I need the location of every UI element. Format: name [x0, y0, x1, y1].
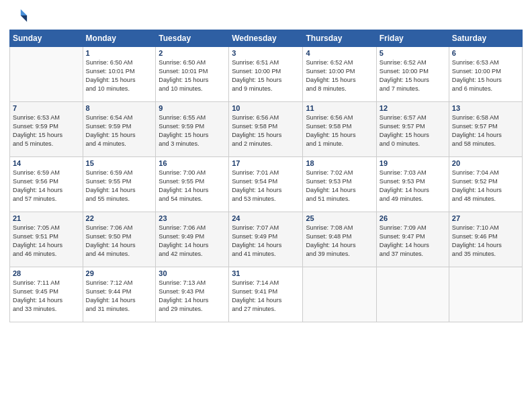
calendar-cell: 24Sunrise: 7:07 AMSunset: 9:49 PMDayligh… [229, 212, 303, 267]
cell-info-line: Sunset: 10:00 PM [380, 67, 446, 76]
calendar-cell: 29Sunrise: 7:12 AMSunset: 9:44 PMDayligh… [83, 267, 156, 322]
calendar-cell: 9Sunrise: 6:55 AMSunset: 9:59 PMDaylight… [156, 102, 229, 157]
cell-info-line: and 41 minutes. [232, 250, 300, 259]
cell-info-line: and 3 minutes. [159, 140, 226, 148]
day-number: 10 [232, 104, 300, 112]
calendar-cell: 14Sunrise: 6:59 AMSunset: 9:56 PMDayligh… [10, 157, 83, 212]
svg-marker-1 [21, 15, 27, 21]
cell-info-line: Sunset: 9:46 PM [452, 232, 519, 241]
logo-icon [9, 7, 28, 26]
cell-info-line: Daylight: 14 hours [159, 186, 226, 195]
cell-info-line: Daylight: 15 hours [452, 76, 519, 85]
cell-info-line: Sunrise: 7:00 AM [159, 169, 226, 177]
cell-info-line: Sunrise: 7:04 AM [452, 169, 519, 177]
cell-info-line: Sunset: 9:51 PM [13, 232, 80, 241]
cell-info-line: and 35 minutes. [452, 250, 519, 259]
cell-info-line: Sunrise: 7:01 AM [232, 169, 300, 177]
cell-info-line: and 8 minutes. [306, 85, 373, 93]
cell-info-line: Sunrise: 6:56 AM [306, 113, 373, 122]
cell-info-line: Sunrise: 7:06 AM [86, 224, 153, 232]
calendar-cell: 21Sunrise: 7:05 AMSunset: 9:51 PMDayligh… [10, 212, 83, 267]
cell-info-line: Sunrise: 7:12 AM [86, 279, 153, 287]
cell-info-line: Sunset: 9:48 PM [306, 232, 373, 241]
cell-info-line: and 6 minutes. [452, 85, 519, 93]
cell-info-line: Daylight: 14 hours [86, 241, 153, 250]
header [9, 7, 523, 26]
weekday-header-thursday: Thursday [303, 30, 376, 47]
calendar-week-row: 1Sunrise: 6:50 AMSunset: 10:01 PMDayligh… [10, 47, 523, 102]
calendar-cell: 16Sunrise: 7:00 AMSunset: 9:55 PMDayligh… [156, 157, 229, 212]
day-number: 16 [159, 159, 226, 167]
cell-info-line: Sunrise: 7:03 AM [380, 169, 446, 177]
cell-info-line: Daylight: 15 hours [380, 131, 446, 140]
weekday-header-sunday: Sunday [10, 30, 83, 47]
cell-info-line: and 58 minutes. [452, 140, 519, 148]
cell-info-line: Sunrise: 7:08 AM [306, 224, 373, 232]
cell-info-line: Sunrise: 7:05 AM [13, 224, 80, 232]
cell-info-line: Sunrise: 6:56 AM [232, 113, 300, 122]
cell-info-line: Daylight: 14 hours [13, 296, 80, 305]
cell-info-line: Daylight: 15 hours [306, 76, 373, 85]
cell-info-line: and 5 minutes. [13, 140, 80, 148]
day-number: 27 [452, 214, 519, 222]
cell-info-line: Daylight: 15 hours [306, 131, 373, 140]
calendar-cell: 11Sunrise: 6:56 AMSunset: 9:58 PMDayligh… [303, 102, 376, 157]
cell-info-line: Sunset: 9:53 PM [306, 177, 373, 186]
cell-info-line: Daylight: 14 hours [306, 241, 373, 250]
cell-info-line: Sunset: 9:59 PM [13, 122, 80, 131]
day-number: 24 [232, 214, 300, 222]
calendar-cell: 25Sunrise: 7:08 AMSunset: 9:48 PMDayligh… [303, 212, 376, 267]
calendar-cell: 13Sunrise: 6:58 AMSunset: 9:57 PMDayligh… [449, 102, 522, 157]
calendar-page: SundayMondayTuesdayWednesdayThursdayFrid… [0, 0, 532, 411]
cell-info-line: and 7 minutes. [380, 85, 446, 93]
day-number: 12 [380, 104, 446, 112]
calendar-body: 1Sunrise: 6:50 AMSunset: 10:01 PMDayligh… [10, 47, 523, 322]
cell-info-line: Sunrise: 7:13 AM [159, 279, 226, 287]
calendar-cell: 5Sunrise: 6:52 AMSunset: 10:00 PMDayligh… [376, 47, 449, 102]
day-number: 15 [86, 159, 153, 167]
day-number: 31 [232, 269, 300, 277]
cell-info-line: and 44 minutes. [86, 250, 153, 259]
day-number: 9 [159, 104, 226, 112]
weekday-header-tuesday: Tuesday [156, 30, 229, 47]
cell-info-line: Sunset: 9:54 PM [232, 177, 300, 186]
day-number: 5 [380, 49, 446, 57]
day-number: 1 [86, 49, 153, 57]
weekday-header-wednesday: Wednesday [229, 30, 303, 47]
cell-info-line: Daylight: 15 hours [13, 131, 80, 140]
cell-info-line: Sunrise: 7:10 AM [452, 224, 519, 232]
cell-info-line: Daylight: 14 hours [452, 241, 519, 250]
calendar-cell: 1Sunrise: 6:50 AMSunset: 10:01 PMDayligh… [83, 47, 156, 102]
cell-info-line: Daylight: 14 hours [232, 296, 300, 305]
cell-info-line: Sunset: 9:49 PM [232, 232, 300, 241]
weekday-header-friday: Friday [376, 30, 449, 47]
cell-info-line: Sunset: 9:58 PM [306, 122, 373, 131]
calendar-table: SundayMondayTuesdayWednesdayThursdayFrid… [9, 30, 523, 322]
cell-info-line: Daylight: 14 hours [86, 296, 153, 305]
cell-info-line: and 39 minutes. [306, 250, 373, 259]
day-number: 22 [86, 214, 153, 222]
cell-info-line: Daylight: 14 hours [380, 241, 446, 250]
cell-info-line: Sunset: 10:00 PM [232, 67, 300, 76]
svg-marker-0 [21, 9, 27, 15]
calendar-cell [376, 267, 449, 322]
cell-info-line: Sunrise: 6:53 AM [13, 113, 80, 122]
day-number: 8 [86, 104, 153, 112]
calendar-cell: 31Sunrise: 7:14 AMSunset: 9:41 PMDayligh… [229, 267, 303, 322]
cell-info-line: and 49 minutes. [380, 195, 446, 203]
weekday-header-monday: Monday [83, 30, 156, 47]
cell-info-line: Sunrise: 6:58 AM [452, 113, 519, 122]
cell-info-line: Daylight: 15 hours [159, 131, 226, 140]
cell-info-line: Sunset: 9:49 PM [159, 232, 226, 241]
cell-info-line: Sunrise: 6:59 AM [13, 169, 80, 177]
day-number: 13 [452, 104, 519, 112]
calendar-cell: 26Sunrise: 7:09 AMSunset: 9:47 PMDayligh… [376, 212, 449, 267]
cell-info-line: Sunset: 9:52 PM [452, 177, 519, 186]
cell-info-line: Sunrise: 6:51 AM [232, 58, 300, 67]
cell-info-line: Sunrise: 6:50 AM [159, 58, 226, 67]
cell-info-line: and 31 minutes. [86, 305, 153, 314]
cell-info-line: Daylight: 15 hours [232, 76, 300, 85]
cell-info-line: Sunset: 10:01 PM [86, 67, 153, 76]
cell-info-line: Sunset: 9:43 PM [159, 287, 226, 296]
cell-info-line: Sunset: 9:44 PM [86, 287, 153, 296]
